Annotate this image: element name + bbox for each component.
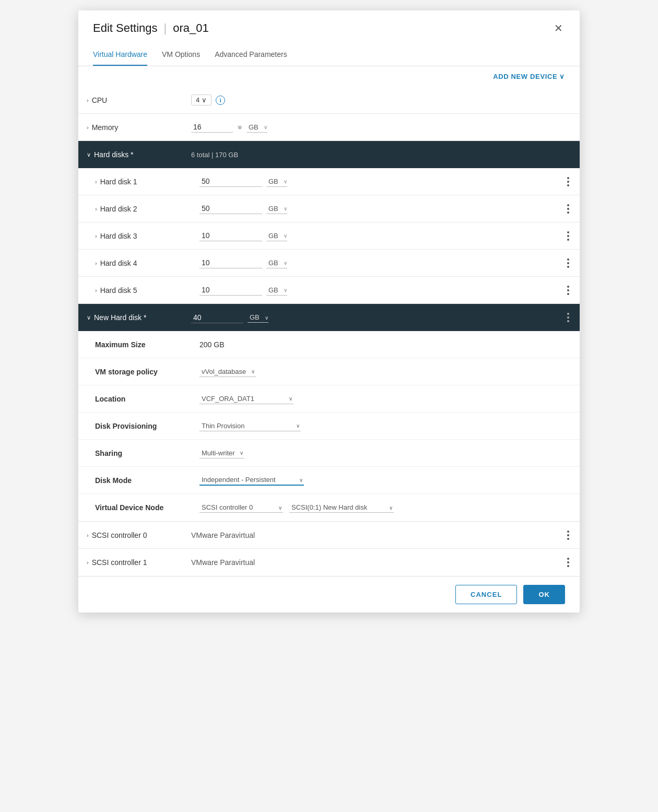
- memory-chevron-icon[interactable]: ›: [87, 124, 89, 131]
- max-size-row: Maximum Size 200 GB: [78, 331, 580, 358]
- hard-disk-3-menu-button[interactable]: [565, 231, 571, 241]
- hard-disk-3-label: › Hard disk 3: [95, 232, 199, 240]
- hard-disk-5-chevron-icon[interactable]: ›: [95, 287, 97, 293]
- scsi-controller-0-value: VMware Paravirtual: [191, 531, 565, 539]
- memory-unit-select[interactable]: GB MB: [246, 122, 267, 133]
- hard-disk-5-input[interactable]: [199, 285, 262, 296]
- disk-mode-select-wrapper: Independent - Persistent Persistent Inde…: [199, 475, 304, 486]
- vdn-controller-select-wrapper: SCSI controller 0 SCSI controller 1 ∨: [199, 502, 283, 513]
- virtual-device-node-row: Virtual Device Node SCSI controller 0 SC…: [78, 494, 580, 521]
- hard-disk-4-menu-button[interactable]: [565, 258, 571, 268]
- memory-row: › Memory ∨ GB MB: [78, 114, 580, 141]
- scsi-0-chevron-icon[interactable]: ›: [87, 532, 89, 538]
- cpu-count-select[interactable]: 4 ∨: [191, 95, 212, 105]
- disk-mode-select[interactable]: Independent - Persistent Persistent Inde…: [199, 475, 304, 486]
- tab-virtual-hardware[interactable]: Virtual Hardware: [93, 44, 147, 66]
- scsi-controller-1-menu-button[interactable]: [565, 557, 571, 568]
- chevron-down-icon: ∨: [559, 73, 565, 80]
- memory-input[interactable]: [191, 122, 233, 133]
- hard-disk-4-chevron-icon[interactable]: ›: [95, 260, 97, 266]
- cpu-chevron-icon[interactable]: ›: [87, 97, 89, 103]
- hard-disk-4-unit-wrapper: GB MB: [266, 258, 287, 268]
- cpu-label: › CPU: [87, 96, 191, 104]
- hard-disk-3-unit-wrapper: GB MB: [266, 231, 287, 241]
- modal-title-sep: |: [164, 21, 167, 35]
- tab-vm-options[interactable]: VM Options: [162, 44, 200, 66]
- hard-disk-1-input[interactable]: [199, 176, 262, 187]
- location-select[interactable]: VCF_ORA_DAT1: [199, 394, 293, 404]
- hard-disk-4-row: › Hard disk 4 GB MB: [78, 250, 580, 277]
- content-area: › CPU 4 ∨ i › Memory ∨: [78, 87, 580, 576]
- hard-disks-label: ∨ Hard disks *: [87, 150, 191, 159]
- sharing-select[interactable]: Multi-writer None: [199, 448, 244, 458]
- hard-disk-4-label: › Hard disk 4: [95, 259, 199, 267]
- hard-disks-header: ∨ Hard disks * 6 total | 170 GB: [78, 141, 580, 168]
- hard-disk-5-row: › Hard disk 5 GB MB: [78, 277, 580, 304]
- hard-disks-summary: 6 total | 170 GB: [191, 151, 571, 159]
- modal-title-main: Edit Settings: [93, 21, 158, 35]
- toolbar: ADD NEW DEVICE ∨: [78, 66, 580, 87]
- sharing-row: Sharing Multi-writer None ∨: [78, 440, 580, 467]
- hard-disk-3-input[interactable]: [199, 230, 262, 241]
- new-hard-disk-header: ∨ New Hard disk * GB MB: [78, 304, 580, 331]
- storage-policy-select[interactable]: vVol_database: [199, 367, 256, 377]
- new-hard-disk-chevron-icon[interactable]: ∨: [87, 314, 91, 321]
- vdn-disk-select[interactable]: SCSI(0:1) New Hard disk: [289, 502, 394, 513]
- hard-disk-2-row: › Hard disk 2 GB MB: [78, 195, 580, 222]
- memory-unit-select-wrapper: GB MB: [246, 122, 267, 133]
- cpu-controls: 4 ∨ i: [191, 95, 571, 105]
- hard-disk-1-unit-select[interactable]: GB MB: [266, 176, 287, 187]
- scsi-1-chevron-icon[interactable]: ›: [87, 559, 89, 566]
- hard-disk-1-row: › Hard disk 1 GB MB: [78, 168, 580, 195]
- scsi-controller-0-row: › SCSI controller 0 VMware Paravirtual: [78, 522, 580, 549]
- disk-provisioning-select[interactable]: Thin Provision Thick Provision Lazy Zero…: [199, 421, 301, 431]
- memory-unit-wrapper: ∨: [237, 124, 242, 131]
- hard-disk-3-chevron-icon[interactable]: ›: [95, 233, 97, 239]
- hard-disk-1-menu-button[interactable]: [565, 176, 571, 187]
- scsi-controller-1-value: VMware Paravirtual: [191, 558, 565, 567]
- location-select-wrapper: VCF_ORA_DAT1 ∨: [199, 394, 293, 404]
- memory-controls: ∨ GB MB: [191, 122, 571, 133]
- hard-disk-3-unit-select[interactable]: GB MB: [266, 231, 287, 241]
- hard-disk-4-input[interactable]: [199, 257, 262, 268]
- cpu-info-icon[interactable]: i: [216, 96, 225, 105]
- disk-provisioning-row: Disk Provisioning Thin Provision Thick P…: [78, 413, 580, 440]
- hard-disk-1-chevron-icon[interactable]: ›: [95, 179, 97, 185]
- modal-header: Edit Settings | ora_01 ✕: [78, 10, 580, 36]
- cpu-chevron-down-icon: ∨: [202, 96, 207, 104]
- hard-disk-5-label: › Hard disk 5: [95, 286, 199, 295]
- ok-button[interactable]: OK: [523, 585, 565, 604]
- hard-disk-5-controls: GB MB: [199, 285, 565, 296]
- hard-disk-5-unit-select[interactable]: GB MB: [266, 285, 287, 296]
- new-hard-disk-unit-select[interactable]: GB MB: [248, 312, 268, 323]
- hard-disks-chevron-icon[interactable]: ∨: [87, 151, 91, 158]
- new-hard-disk-input[interactable]: [191, 312, 243, 323]
- location-row: Location VCF_ORA_DAT1 ∨: [78, 385, 580, 413]
- vdn-disk-select-wrapper: SCSI(0:1) New Hard disk ∨: [289, 502, 394, 513]
- hard-disk-4-unit-select[interactable]: GB MB: [266, 258, 287, 268]
- tab-advanced-parameters[interactable]: Advanced Parameters: [215, 44, 287, 66]
- new-hard-disk-controls: GB MB: [191, 312, 565, 323]
- hard-disk-2-unit-select[interactable]: GB MB: [266, 204, 287, 214]
- modal-vm-name: ora_01: [173, 21, 209, 35]
- hard-disk-2-controls: GB MB: [199, 203, 565, 214]
- scsi-controller-0-menu-button[interactable]: [565, 530, 571, 540]
- hard-disk-2-menu-button[interactable]: [565, 204, 571, 214]
- hard-disk-1-label: › Hard disk 1: [95, 178, 199, 186]
- hard-disk-2-chevron-icon[interactable]: ›: [95, 206, 97, 212]
- scsi-controller-0-label: › SCSI controller 0: [87, 531, 191, 539]
- hard-disk-2-input[interactable]: [199, 203, 262, 214]
- storage-policy-select-wrapper: vVol_database ∨: [199, 367, 256, 377]
- disk-mode-row: Disk Mode Independent - Persistent Persi…: [78, 467, 580, 494]
- new-hard-disk-menu-button[interactable]: [565, 312, 571, 323]
- hard-disk-5-menu-button[interactable]: [565, 285, 571, 296]
- memory-label: › Memory: [87, 123, 191, 132]
- new-hard-disk-unit-wrapper: GB MB: [248, 312, 268, 323]
- scsi-controller-1-label: › SCSI controller 1: [87, 558, 191, 567]
- cpu-row: › CPU 4 ∨ i: [78, 87, 580, 114]
- close-button[interactable]: ✕: [552, 21, 565, 36]
- add-new-device-button[interactable]: ADD NEW DEVICE ∨: [493, 73, 565, 80]
- cancel-button[interactable]: CANCEL: [455, 585, 517, 604]
- vdn-controller-select[interactable]: SCSI controller 0 SCSI controller 1: [199, 502, 283, 513]
- sharing-select-wrapper: Multi-writer None ∨: [199, 448, 244, 458]
